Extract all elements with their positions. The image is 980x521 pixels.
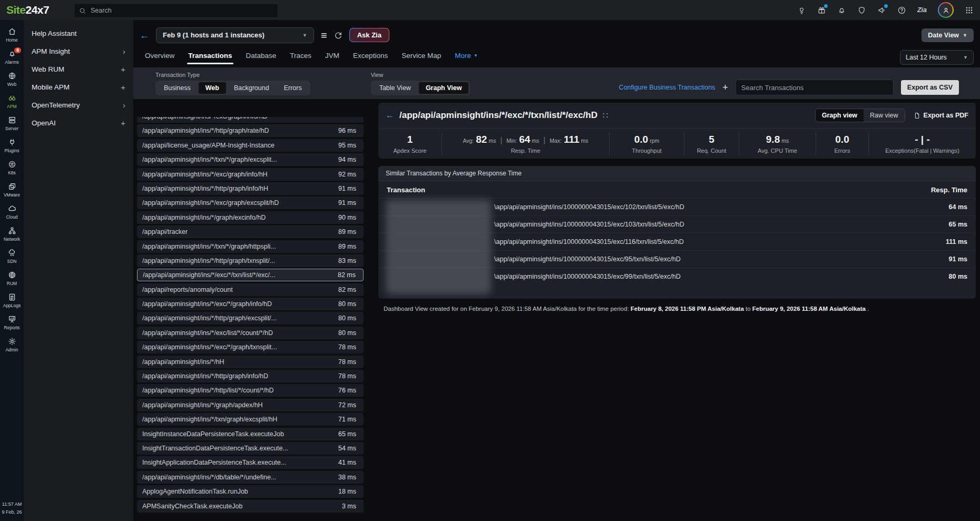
transaction-row[interactable]: /app/api/apminsight/ins/*/exc/graph/info… bbox=[137, 168, 364, 181]
transaction-row[interactable]: /app/api/apminsight/ins/*/exc/list/*/cou… bbox=[137, 327, 364, 339]
sidebar-item-help-assistant[interactable]: Help Assistant bbox=[24, 24, 133, 42]
monitor-selector[interactable]: Feb 9 (1 hosts and 1 instances) ▼ bbox=[156, 27, 314, 43]
rail-item-web[interactable]: Web bbox=[0, 68, 24, 91]
transaction-row[interactable]: /app/api/apminsight/ins/*/db/table/*/und… bbox=[137, 471, 364, 484]
filter-option-table-view[interactable]: Table View bbox=[373, 82, 418, 94]
menu-icon[interactable]: ≡ bbox=[321, 30, 327, 41]
view-toggle-raw-view[interactable]: Raw view bbox=[864, 109, 905, 122]
configure-business-transactions-link[interactable]: Configure Business Transactions bbox=[619, 84, 716, 91]
tab-traces[interactable]: Traces bbox=[290, 50, 311, 65]
note-time-bold: February 9, 2026 11:58 AM Asia/Kolkata bbox=[752, 306, 866, 312]
filter-option-business[interactable]: Business bbox=[157, 82, 198, 94]
rail-item-vmware[interactable]: VMware bbox=[0, 179, 24, 201]
gear-icon bbox=[8, 337, 16, 346]
rail-item-admin[interactable]: Admin bbox=[0, 334, 24, 356]
transaction-row[interactable]: /app/api/reports/anomaly/count82 ms bbox=[137, 283, 364, 296]
back-arrow-icon[interactable]: ← bbox=[386, 111, 394, 120]
rail-item-apm[interactable]: APM bbox=[0, 91, 24, 113]
transaction-row[interactable]: /app/api/license_usage/APM-Insight-Insta… bbox=[137, 139, 364, 152]
filter-option-background[interactable]: Background bbox=[227, 82, 276, 94]
transaction-row[interactable]: /app/api/apminsight/ins/*/exc/graph/excs… bbox=[137, 196, 364, 209]
transaction-row[interactable]: /app/api/tracker89 ms bbox=[137, 225, 364, 238]
tab-exceptions[interactable]: Exceptions bbox=[353, 50, 388, 65]
rail-item-sdn[interactable]: SDN bbox=[0, 245, 24, 268]
rail-item-applogs[interactable]: AppLogs bbox=[0, 290, 24, 312]
zia-icon[interactable]: Zia bbox=[917, 6, 927, 14]
export-csv-button[interactable]: Export as CSV bbox=[901, 80, 959, 95]
rail-item-rum[interactable]: RUM bbox=[0, 268, 24, 290]
tab-jvm[interactable]: JVM bbox=[325, 50, 339, 65]
ask-zia-button[interactable]: Ask Zia bbox=[349, 28, 389, 42]
chevron-right-icon[interactable]: › bbox=[123, 101, 125, 109]
tab-database[interactable]: Database bbox=[246, 50, 277, 65]
refresh-icon[interactable] bbox=[334, 31, 342, 40]
transaction-row[interactable]: /app/api/apminsight/ins/*/txn/graph/excs… bbox=[137, 413, 364, 426]
transaction-row[interactable]: InsightInstanceDataPersistenceTask.execu… bbox=[137, 428, 364, 440]
filter-option-errors[interactable]: Errors bbox=[277, 82, 309, 94]
megaphone-icon[interactable] bbox=[877, 6, 886, 15]
tab-service-map[interactable]: Service Map bbox=[401, 50, 441, 65]
transaction-resp-time: 92 ms bbox=[333, 171, 356, 178]
global-search[interactable] bbox=[74, 3, 278, 18]
rail-item-reports[interactable]: Reports bbox=[0, 312, 24, 334]
transaction-row[interactable]: /app/api/apminsight/ins/*/graph/excinfo/… bbox=[137, 211, 364, 224]
chevron-right-icon[interactable]: › bbox=[123, 47, 125, 55]
transaction-row[interactable]: /app/api/apminsight/ins/*/http/graph/exc… bbox=[137, 312, 364, 325]
rail-item-server[interactable]: Server bbox=[0, 113, 24, 135]
gift-icon[interactable] bbox=[817, 6, 826, 15]
sidebar-item-mobile-apm[interactable]: Mobile APM+ bbox=[24, 78, 133, 96]
tab-more[interactable]: More▼ bbox=[455, 50, 478, 65]
time-range-selector[interactable]: Last 12 Hours ▼ bbox=[900, 50, 974, 65]
tab-transactions[interactable]: Transactions bbox=[188, 50, 232, 65]
lightbulb-icon[interactable] bbox=[797, 6, 806, 15]
transaction-row[interactable]: /app/api/apminsight/ins/*/exc/*/txn/list… bbox=[137, 269, 364, 281]
view-toggle-graph-view[interactable]: Graph view bbox=[816, 109, 864, 122]
apps-icon[interactable] bbox=[965, 6, 974, 15]
sidebar-item-openai[interactable]: OpenAI+ bbox=[24, 114, 133, 132]
help-icon[interactable] bbox=[897, 6, 906, 15]
transaction-row[interactable]: /app/api/apminsight/ins/*/http/graph/inf… bbox=[137, 370, 364, 382]
transaction-row[interactable]: /app/api/apminsight/ins/*/exc/graph/info… bbox=[137, 117, 364, 123]
back-arrow-icon[interactable]: ← bbox=[140, 31, 149, 40]
site24x7-logo[interactable]: Site24x7 bbox=[6, 4, 49, 16]
plus-icon[interactable]: + bbox=[121, 83, 125, 91]
transaction-row[interactable]: /app/api/apminsight/ins/*/exc/*/graph/in… bbox=[137, 298, 364, 310]
plus-icon[interactable]: + bbox=[121, 65, 125, 73]
global-search-input[interactable] bbox=[90, 6, 273, 15]
transaction-row[interactable]: InsightApplicationDataPersistenceTask.ex… bbox=[137, 456, 364, 469]
transaction-row[interactable]: /app/api/apminsight/ins/*/http/graph/rat… bbox=[137, 124, 364, 137]
transaction-row[interactable]: /app/api/apminsight/ins/*/http/graph/txn… bbox=[137, 254, 364, 267]
transaction-row[interactable]: /app/api/apminsight/ins/*/http/graph/inf… bbox=[137, 182, 364, 195]
plus-icon[interactable]: + bbox=[722, 83, 728, 92]
rail-item-k8s[interactable]: K8s bbox=[0, 157, 24, 179]
rail-item-home[interactable]: Home bbox=[0, 24, 24, 46]
rail-item-network[interactable]: Network bbox=[0, 223, 24, 245]
filter-option-web[interactable]: Web bbox=[199, 82, 226, 94]
transaction-row[interactable]: /app/api/apminsight/ins/*/hH78 ms bbox=[137, 356, 364, 368]
transaction-row[interactable]: APMSanityCheckTask.executeJob3 ms bbox=[137, 500, 364, 513]
transaction-row[interactable]: /app/api/apminsight/ins/*/http/list/*/co… bbox=[137, 384, 364, 397]
tabs: OverviewTransactionsDatabaseTracesJVMExc… bbox=[145, 50, 478, 65]
transaction-row[interactable]: /app/api/apminsight/ins/*/txn/*/graph/ht… bbox=[137, 240, 364, 253]
transaction-row[interactable]: ApplogAgentNotificationTask.runJob18 ms bbox=[137, 485, 364, 498]
plus-icon[interactable]: + bbox=[121, 119, 125, 127]
avatar[interactable] bbox=[938, 2, 954, 18]
rail-item-alarms[interactable]: 6Alarms bbox=[0, 46, 24, 68]
transaction-row[interactable]: /app/api/apminsight/ins/*/exc/*/graph/tx… bbox=[137, 341, 364, 353]
search-transactions-input[interactable] bbox=[736, 80, 894, 95]
bell-icon[interactable] bbox=[837, 6, 846, 15]
shield-icon[interactable] bbox=[857, 6, 866, 15]
transaction-row[interactable]: InsightTransactionDataPersistenceTask.ex… bbox=[137, 442, 364, 455]
rail-item-cloud[interactable]: Cloud bbox=[0, 201, 24, 223]
sidebar-item-apm-insight[interactable]: APM Insight› bbox=[24, 42, 133, 60]
transaction-row[interactable]: /app/api/apminsight/ins/*/graph/apdex/hH… bbox=[137, 399, 364, 411]
filter-option-graph-view[interactable]: Graph View bbox=[419, 82, 469, 94]
sidebar-item-opentelemetry[interactable]: OpenTelemetry› bbox=[24, 96, 133, 114]
expand-icon[interactable]: ∷ bbox=[603, 111, 608, 121]
tab-overview[interactable]: Overview bbox=[145, 50, 174, 65]
date-view-button[interactable]: Date View ▼ bbox=[922, 28, 974, 42]
transaction-row[interactable]: /app/api/apminsight/ins/*/txn/*/graph/ex… bbox=[137, 153, 364, 166]
export-pdf-button[interactable]: Export as PDF bbox=[914, 112, 968, 119]
rail-item-plugins[interactable]: Plugins bbox=[0, 135, 24, 157]
sidebar-item-web-rum[interactable]: Web RUM+ bbox=[24, 60, 133, 78]
